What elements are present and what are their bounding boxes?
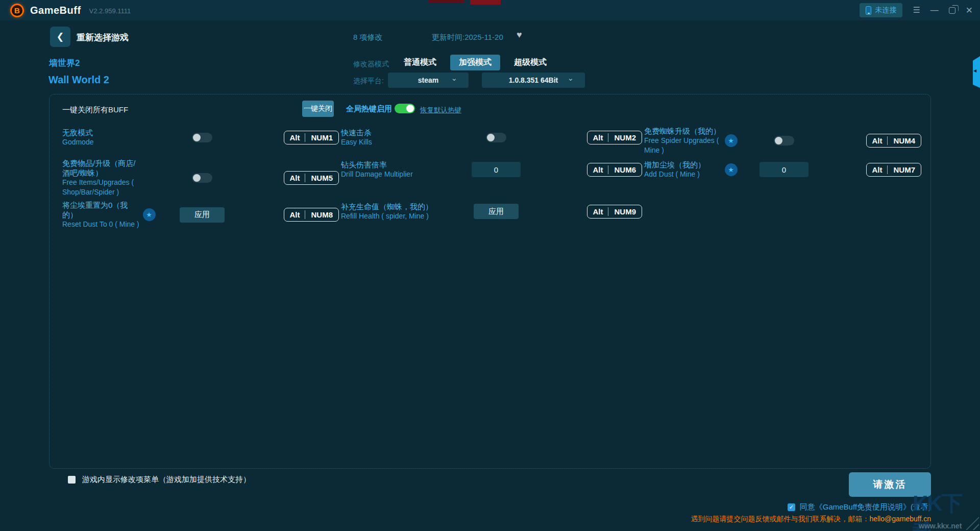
- hotkey-key: NUM2: [608, 133, 642, 142]
- cheat-value-input[interactable]: [472, 162, 521, 177]
- cheat-name-en: Godmode: [62, 137, 140, 147]
- notification-bar-1: [428, 0, 464, 3]
- app-name: GameBuff: [30, 5, 81, 16]
- connection-status-label: 未连接: [875, 6, 896, 15]
- star-icon: ★: [725, 163, 738, 176]
- hotkey-modifier: Alt: [284, 174, 305, 182]
- hotkey-key: NUM6: [608, 165, 642, 174]
- close-all-buff-label: 一键关闭所有BUFF: [62, 105, 128, 115]
- cheat-row: 将尘埃重置为0（我的） Reset Dust To 0 ( Mine ) ★ 应…: [62, 200, 341, 229]
- hotkey-badge[interactable]: Alt NUM2: [587, 131, 642, 144]
- side-panel-handle[interactable]: ◀: [973, 56, 980, 88]
- mode-tab-2[interactable]: 超级模式: [505, 55, 555, 70]
- favorite-heart-icon[interactable]: ♥: [517, 30, 522, 40]
- hotkey-badge[interactable]: Alt NUM1: [284, 131, 339, 144]
- hotkey-key: NUM8: [305, 210, 338, 219]
- hotkey-badge[interactable]: Alt NUM7: [866, 163, 921, 177]
- trainer-mode-label: 修改器模式: [353, 60, 389, 69]
- cheat-name-cn: 免费物品/升级（商店/酒吧/蜘蛛）: [62, 158, 140, 178]
- cheat-row: 免费物品/升级（商店/酒吧/蜘蛛） Free Items/Upgrades ( …: [62, 158, 341, 197]
- agreement-row: ✓ 同意《GameBuff免责使用说明》(查看): [788, 502, 931, 512]
- hotkey-badge[interactable]: Alt NUM8: [284, 208, 339, 222]
- hotkey-badge[interactable]: Alt NUM4: [866, 134, 921, 148]
- cheat-row: 无敌模式 Godmode Alt NUM1: [62, 126, 341, 149]
- hotkey-modifier: Alt: [867, 165, 887, 174]
- page-title: 重新选择游戏: [77, 32, 129, 43]
- connection-status-button[interactable]: 未连接: [860, 3, 902, 17]
- titlebar: B GameBuff V2.2.959.1111 未连接 ☰ — ✕: [0, 0, 980, 20]
- support-text: 遇到问题请提交问题反馈或邮件与我们联系解决，邮箱：hello@gamebuff.…: [691, 515, 931, 524]
- hotkey-modifier: Alt: [587, 207, 608, 216]
- app-version: V2.2.959.1111: [89, 7, 131, 15]
- trainer-mode-tabs: 普通模式加强模式超级模式: [395, 55, 560, 70]
- mode-tab-0[interactable]: 普通模式: [395, 55, 445, 70]
- cheat-row: 增加尘埃（我的） Add Dust ( Mine ) ★ Alt NUM7: [644, 158, 923, 181]
- cheat-name-cn: 免费蜘蛛升级（我的）: [644, 126, 722, 136]
- cheat-name-en: Drill Damage Multiplier: [341, 170, 452, 179]
- restore-default-hotkeys-link[interactable]: 恢复默认热键: [420, 106, 461, 115]
- hotkey-badge[interactable]: Alt NUM9: [587, 205, 642, 219]
- cheat-name-cn: 钻头伤害倍率: [341, 160, 452, 170]
- game-version-value: 1.0.8.351 64Bit: [509, 76, 558, 84]
- maximize-icon[interactable]: [949, 7, 955, 14]
- hotkey-modifier: Alt: [587, 133, 608, 142]
- hotkey-key: NUM1: [305, 133, 338, 142]
- menu-icon[interactable]: ☰: [913, 6, 920, 14]
- apply-button[interactable]: 应用: [180, 207, 225, 223]
- platform-store-dropdown[interactable]: steam ⌄: [388, 73, 469, 88]
- apply-button[interactable]: 应用: [474, 204, 519, 219]
- chevron-down-icon: ⌄: [567, 74, 574, 83]
- cheat-name-en: Refill Health ( spider, Mine ): [341, 211, 452, 221]
- hotkey-badge[interactable]: Alt NUM5: [284, 171, 339, 185]
- cheat-row: 钻头伤害倍率 Drill Damage Multiplier Alt NUM6: [341, 158, 644, 181]
- cheat-name-cn: 增加尘埃（我的）: [644, 160, 722, 170]
- gamebuff-logo-icon: B: [10, 4, 24, 17]
- global-hotkey-toggle[interactable]: [395, 104, 415, 113]
- close-all-button[interactable]: 一键关闭: [302, 101, 334, 117]
- cheat-name-cn: 快速击杀: [341, 128, 452, 137]
- cheat-name-cn: 无敌模式: [62, 128, 140, 137]
- close-icon[interactable]: ✕: [966, 6, 973, 15]
- update-time: 更新时间:2025-11-20: [432, 33, 503, 42]
- hotkey-key: NUM9: [608, 207, 642, 216]
- game-version-dropdown[interactable]: 1.0.8.351 64Bit ⌄: [482, 73, 585, 88]
- cheat-toggle[interactable]: [192, 173, 212, 183]
- game-title-cn: 墙世界2: [49, 57, 80, 69]
- cheat-toggle[interactable]: [486, 133, 506, 142]
- hotkey-modifier: Alt: [284, 133, 305, 142]
- mod-count: 8 项修改: [353, 33, 383, 42]
- back-button[interactable]: ❮: [50, 27, 70, 47]
- hotkey-modifier: Alt: [587, 165, 608, 174]
- hotkey-key: NUM7: [887, 165, 921, 174]
- notification-bar-2: [470, 0, 501, 5]
- ingame-menu-option: 游戏内显示修改项菜单（游戏加加提供技术支持）: [68, 475, 251, 485]
- cheat-name-en: Add Dust ( Mine ): [644, 170, 722, 179]
- minimize-icon[interactable]: —: [930, 6, 939, 14]
- hotkey-modifier: Alt: [867, 136, 887, 145]
- collapse-arrow-icon: ◀: [973, 68, 976, 73]
- mode-tab-1[interactable]: 加强模式: [450, 55, 500, 70]
- agreement-label[interactable]: 同意《GameBuff免责使用说明》(查看): [800, 502, 931, 512]
- watermark-site: www.kkx.net: [919, 522, 962, 530]
- cheat-toggle[interactable]: [192, 133, 212, 142]
- cheat-toggle[interactable]: [774, 136, 794, 146]
- cheat-row: 快速击杀 Easy Kills Alt NUM2: [341, 126, 644, 149]
- cheat-grid: 无敌模式 Godmode Alt NUM1 快速击杀 Easy Kills Al…: [62, 126, 923, 229]
- ingame-menu-label: 游戏内显示修改项菜单（游戏加加提供技术支持）: [82, 475, 251, 485]
- cheat-panel: 一键关闭所有BUFF 一键关闭 全局热键启用 恢复默认热键 无敌模式 Godmo…: [49, 94, 931, 469]
- hotkey-key: NUM5: [305, 174, 338, 182]
- global-hotkey-label: 全局热键启用: [346, 104, 392, 114]
- platform-store-value: steam: [418, 76, 438, 84]
- cheat-value-input[interactable]: [760, 162, 808, 177]
- phone-icon: [866, 6, 871, 15]
- game-title-en: Wall World 2: [48, 74, 109, 86]
- agreement-checkbox[interactable]: ✓: [788, 503, 795, 511]
- hotkey-modifier: Alt: [284, 210, 305, 219]
- cheat-name-en: Free Spider Upgrades ( Mine ): [644, 136, 722, 155]
- cheat-name-cn: 将尘埃重置为0（我的）: [62, 200, 140, 220]
- cheat-row: 补充生命值（蜘蛛，我的） Refill Health ( spider, Min…: [341, 200, 644, 223]
- chevron-down-icon: ⌄: [451, 74, 457, 83]
- ingame-menu-checkbox[interactable]: [68, 476, 76, 484]
- cheat-name-en: Easy Kills: [341, 137, 452, 147]
- hotkey-badge[interactable]: Alt NUM6: [587, 163, 642, 177]
